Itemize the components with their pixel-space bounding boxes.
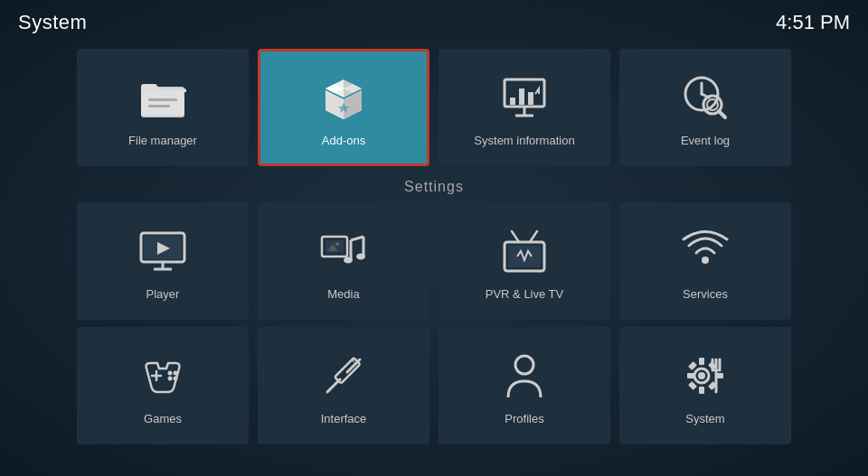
- top-row: File manager: [0, 49, 868, 166]
- system-label: System: [685, 412, 724, 425]
- player-label: Player: [146, 287, 180, 301]
- tile-add-ons[interactable]: Add-ons: [258, 49, 429, 166]
- add-ons-label: Add-ons: [322, 134, 365, 147]
- player-icon: [134, 222, 192, 280]
- svg-point-47: [168, 376, 173, 380]
- header: System 4:51 PM: [0, 0, 868, 45]
- svg-point-42: [702, 257, 709, 264]
- add-ons-icon: [315, 69, 373, 126]
- svg-line-40: [512, 231, 519, 242]
- event-log-icon: [676, 69, 734, 126]
- svg-rect-3: [148, 105, 170, 107]
- tile-system[interactable]: System: [619, 327, 791, 444]
- svg-line-53: [327, 379, 340, 392]
- svg-rect-16: [519, 89, 524, 105]
- svg-point-32: [335, 242, 339, 246]
- svg-rect-39: [508, 246, 541, 267]
- tile-profiles[interactable]: Profiles: [439, 327, 610, 444]
- clock: 4:51 PM: [776, 11, 850, 34]
- system-icon: [676, 347, 734, 405]
- tile-interface[interactable]: Interface: [258, 327, 429, 444]
- services-label: Services: [683, 287, 728, 301]
- media-label: Media: [327, 287, 359, 301]
- svg-rect-2: [148, 98, 177, 101]
- tile-system-information[interactable]: System information: [439, 49, 610, 166]
- svg-rect-57: [699, 387, 704, 394]
- svg-rect-15: [510, 98, 515, 105]
- games-label: Games: [144, 412, 182, 425]
- tile-services[interactable]: Services: [619, 202, 791, 320]
- page-title: System: [18, 11, 87, 34]
- tile-games[interactable]: Games: [77, 327, 249, 444]
- svg-rect-56: [699, 358, 704, 365]
- svg-point-54: [515, 356, 533, 374]
- profiles-icon: [495, 347, 553, 405]
- media-icon: [315, 222, 373, 280]
- tile-player[interactable]: Player: [77, 202, 249, 320]
- system-information-label: System information: [474, 134, 574, 147]
- svg-rect-1: [141, 92, 184, 116]
- svg-line-41: [530, 231, 537, 242]
- tile-pvr-live-tv[interactable]: PVR & Live TV: [439, 202, 610, 320]
- settings-row-1: Player: [0, 202, 868, 320]
- file-manager-label: File manager: [128, 134, 197, 147]
- svg-rect-58: [687, 373, 694, 378]
- svg-rect-60: [688, 361, 697, 370]
- profiles-label: Profiles: [505, 412, 543, 425]
- svg-point-64: [698, 372, 705, 379]
- pvr-live-tv-icon: [495, 222, 553, 280]
- settings-section-title: Settings: [0, 179, 868, 195]
- tile-event-log[interactable]: Event log: [619, 49, 791, 166]
- svg-line-34: [351, 237, 363, 240]
- svg-rect-17: [528, 92, 533, 105]
- services-icon: [676, 222, 734, 280]
- page-wrapper: System 4:51 PM File manager: [0, 0, 868, 476]
- settings-row-2: Games Interface: [0, 327, 868, 444]
- svg-point-36: [344, 257, 353, 263]
- svg-point-48: [174, 376, 178, 380]
- games-icon: [134, 347, 192, 405]
- interface-label: Interface: [321, 412, 367, 425]
- svg-point-45: [168, 370, 173, 375]
- system-information-icon: [495, 69, 553, 126]
- svg-point-37: [356, 253, 365, 259]
- svg-point-46: [174, 370, 178, 375]
- tile-file-manager[interactable]: File manager: [77, 49, 249, 166]
- svg-rect-62: [688, 381, 697, 390]
- pvr-live-tv-label: PVR & Live TV: [486, 287, 563, 301]
- interface-icon: [315, 347, 373, 405]
- event-log-label: Event log: [681, 134, 730, 147]
- svg-line-22: [719, 111, 725, 117]
- tile-media[interactable]: Media: [258, 202, 429, 320]
- file-manager-icon: [134, 69, 192, 126]
